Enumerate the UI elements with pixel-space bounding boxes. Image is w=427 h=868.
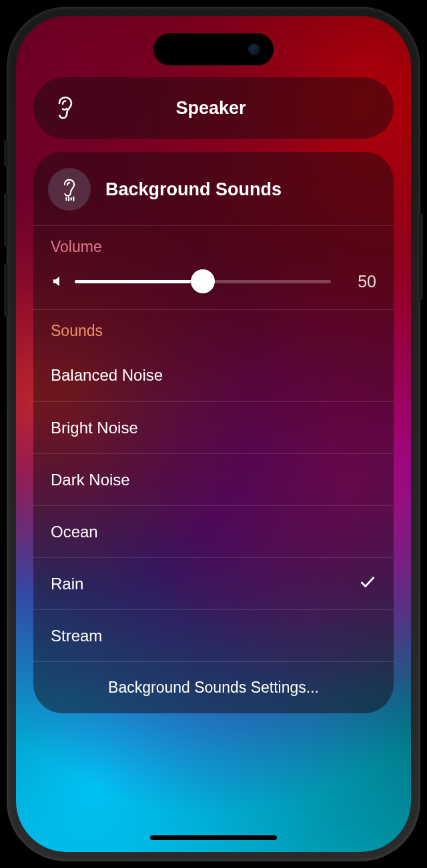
speaker-button[interactable]: Speaker [33, 77, 394, 139]
checkmark-icon [359, 573, 376, 595]
sound-name: Stream [51, 627, 376, 645]
volume-down-button [4, 263, 8, 317]
sound-option[interactable]: Ocean [33, 505, 394, 557]
volume-up-button [4, 193, 8, 247]
home-indicator[interactable] [150, 835, 277, 840]
sounds-list: Balanced NoiseBright NoiseDark NoiseOcea… [33, 349, 394, 661]
background-sounds-icon[interactable] [48, 168, 91, 211]
settings-label: Background Sounds Settings... [108, 679, 319, 697]
sound-name: Dark Noise [51, 471, 376, 489]
sound-name: Rain [51, 575, 359, 593]
volume-label: Volume [33, 226, 394, 265]
card-title: Background Sounds [105, 179, 282, 200]
power-button [419, 213, 423, 300]
side-button [4, 140, 8, 167]
screen: Speaker Background Sounds [16, 16, 411, 852]
sound-option[interactable]: Dark Noise [33, 453, 394, 505]
sound-option[interactable]: Balanced Noise [33, 349, 394, 401]
dynamic-island [153, 33, 274, 65]
sounds-label: Sounds [33, 310, 394, 349]
sound-option[interactable]: Rain [33, 557, 394, 609]
card-header: Background Sounds [33, 164, 394, 225]
volume-section: Volume 50 [33, 226, 394, 309]
sound-name: Ocean [51, 523, 376, 541]
volume-value: 50 [339, 272, 376, 291]
volume-slider[interactable] [75, 271, 331, 292]
speaker-label: Speaker [45, 98, 376, 119]
background-sounds-card: Background Sounds Volume 5 [33, 152, 394, 713]
sound-option[interactable]: Stream [33, 609, 394, 661]
speaker-small-icon [51, 274, 65, 289]
background-sounds-settings-button[interactable]: Background Sounds Settings... [33, 661, 394, 713]
sound-name: Bright Noise [51, 419, 376, 437]
sound-option[interactable]: Bright Noise [33, 401, 394, 453]
sound-name: Balanced Noise [51, 366, 376, 385]
phone-frame: Speaker Background Sounds [7, 7, 420, 861]
